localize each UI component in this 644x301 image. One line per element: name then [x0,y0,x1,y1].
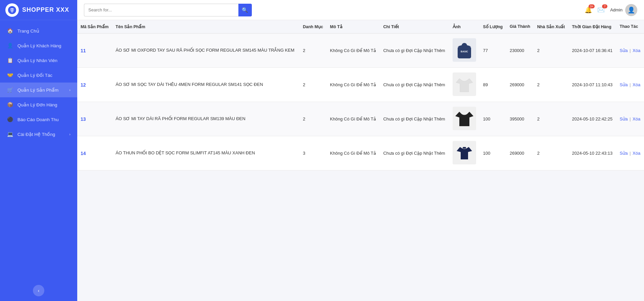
cell-actions: Sửa | Xóa [616,34,644,68]
col-thao-tac: Thao Tác [616,20,644,34]
cell-gia-thanh: 395000 [506,102,534,136]
sidebar-item-trang-chu[interactable]: 🏠 Trang Chủ [0,23,77,38]
cell-id: 12 [77,68,112,102]
sidebar-item-label: Quản Lý Đơn Hàng [17,102,57,107]
cell-chi-tiet: Chưa có gì Đợi Cập Nhật Thêm [380,136,449,170]
cell-name: ÁO THUN PHỐI BO DỆT SỌC FORM SLIMFIT AT1… [112,136,300,170]
product-table: Mã Sản Phẩm Tên Sản Phẩm Danh Mục Mô Tả … [77,20,644,170]
col-ten-san-pham: Tên Sản Phẩm [112,20,300,34]
sidebar-item-quan-ly-khach-hang[interactable]: 👤 Quản Lý Khách Hàng [0,38,77,53]
sidebar-item-label: Quản Lý Nhân Viên [17,58,57,63]
topbar-right: 🔔 3+ ✉️ 7 Admin 👤 [585,4,637,16]
product-id: 12 [81,82,86,88]
table-row: 12 ÁO SƠ MI SỌC TAY DÀI THÊU 4MEN FORM R… [77,68,644,102]
product-id: 14 [81,151,86,156]
sidebar-nav: 🏠 Trang Chủ 👤 Quản Lý Khách Hàng 📋 Quản … [0,20,77,280]
mail-badge: 7 [602,4,607,8]
svg-point-1 [10,9,12,10]
col-mo-ta: Mô Tả [327,20,380,34]
col-nha-san-xuat: Nhà Sản Xuất [534,20,569,34]
delete-link[interactable]: Xóa [633,151,640,156]
delete-link[interactable]: Xóa [633,48,640,53]
cell-gia-thanh: 230000 [506,34,534,68]
delete-link[interactable]: Xóa [633,82,640,87]
sidebar-item-label: Cài Đặt Hệ Thống [17,132,55,137]
table-row: 13 ÁO SƠ MI TAY DÀI RÃ PHỐI FORM REGULAR… [77,102,644,136]
bell-notification[interactable]: 🔔 3+ [585,6,592,14]
sidebar-item-label: Quản Lý Khách Hàng [17,43,61,48]
action-separator: | [630,48,632,53]
svg-rect-5 [462,43,467,48]
cell-category: 2 [300,34,327,68]
search-input[interactable] [84,4,238,16]
product-name: ÁO SƠ MI OXFORD TAY SAU RÃ PHỐI SỌC FORM… [116,48,294,53]
collapse-button[interactable]: ‹ [33,285,44,296]
cell-actions: Sửa | Xóa [616,136,644,170]
sidebar-item-quan-ly-doi-tac[interactable]: 🤝 Quản Lý Đối Tác [0,68,77,83]
cell-category: 2 [300,68,327,102]
chevron-right-icon: › [69,88,71,92]
svg-rect-11 [463,147,466,149]
cell-chi-tiet: Chưa có gì Đợi Cập Nhật Thêm [380,102,449,136]
cell-img [449,136,480,170]
avatar: 👤 [625,4,637,16]
cell-nha-san-xuat: 2 [534,102,569,136]
table-body: 11 ÁO SƠ MI OXFORD TAY SAU RÃ PHỐI SỌC F… [77,34,644,170]
sidebar-item-quan-ly-san-pham[interactable]: 🛒 Quản Lý Sản Phẩm › [0,83,77,97]
search-icon: 🔍 [242,7,248,13]
svg-text:BASIC: BASIC [461,50,468,53]
cell-id: 13 [77,102,112,136]
delete-link[interactable]: Xóa [633,116,640,121]
col-so-luong: Số Lượng [479,20,506,34]
table-row: 14 ÁO THUN PHỐI BO DỆT SỌC FORM SLIMFIT … [77,136,644,170]
cell-thoi-gian: 2024-10-07 16:36:41 [568,34,616,68]
product-id: 11 [81,48,86,53]
main-content: 🔍 🔔 3+ ✉️ 7 Admin 👤 Mã Sản Phẩm [77,0,644,301]
edit-link[interactable]: Sửa [620,116,628,121]
sidebar-item-quan-ly-don-hang[interactable]: 📦 Quản Lý Đơn Hàng [0,97,77,112]
search-button[interactable]: 🔍 [238,4,252,16]
cell-thoi-gian: 2024-05-10 22:43:13 [568,136,616,170]
product-icon: 🛒 [7,87,13,93]
cell-nha-san-xuat: 2 [534,136,569,170]
cell-mo-ta: Không Có Gì Để Mô Tả [327,68,380,102]
cell-chi-tiet: Chưa có gì Đợi Cập Nhật Thêm [380,68,449,102]
sidebar-item-quan-ly-nhan-vien[interactable]: 📋 Quản Lý Nhân Viên [0,53,77,68]
partner-icon: 🤝 [7,72,13,78]
cell-thoi-gian: 2024-10-07 11:10:43 [568,68,616,102]
cell-so-luong: 100 [479,136,506,170]
cell-name: ÁO SƠ MI TAY DÀI RÃ PHỐI FORM REGULAR SM… [112,102,300,136]
cell-mo-ta: Không Có Gì Để Mô Tả [327,136,380,170]
mail-notification[interactable]: ✉️ 7 [597,6,605,14]
edit-link[interactable]: Sửa [620,151,628,156]
action-separator: | [630,116,632,121]
cell-actions: Sửa | Xóa [616,68,644,102]
sidebar-item-label: Quản Lý Đối Tác [17,72,52,78]
sidebar-collapse: ‹ [0,280,77,301]
edit-link[interactable]: Sửa [620,82,628,87]
sidebar-item-label: Quản Lý Sản Phẩm [17,87,58,93]
logo-icon [5,3,19,17]
action-separator: | [630,151,632,156]
sidebar-item-bao-cao-doanh-thu[interactable]: ⚫ Báo Cáo Doanh Thu [0,112,77,127]
cell-so-luong: 77 [479,34,506,68]
sidebar-item-cai-dat-he-thong[interactable]: 💻 Cài Đặt Hệ Thống › [0,127,77,142]
cell-so-luong: 89 [479,68,506,102]
cell-so-luong: 100 [479,102,506,136]
col-chi-tiet: Chi Tiết [380,20,449,34]
report-icon: ⚫ [7,116,13,122]
product-name: ÁO SƠ MI SỌC TAY DÀI THÊU 4MEN FORM REGU… [116,82,263,87]
col-ma-san-pham: Mã Sản Phẩm [77,20,112,34]
col-gia-thanh: Giá Thành [506,20,534,34]
cell-actions: Sửa | Xóa [616,102,644,136]
user-name: Admin [610,7,623,12]
table-header: Mã Sản Phẩm Tên Sản Phẩm Danh Mục Mô Tả … [77,20,644,34]
user-info[interactable]: Admin 👤 [610,4,637,16]
cell-img [449,68,480,102]
product-name: ÁO SƠ MI TAY DÀI RÃ PHỐI FORM REGULAR SM… [116,116,245,121]
cell-id: 11 [77,34,112,68]
chevron-right-icon: › [69,132,71,136]
user-icon: 👤 [7,43,13,49]
edit-link[interactable]: Sửa [620,48,628,53]
col-danh-muc: Danh Mục [300,20,327,34]
